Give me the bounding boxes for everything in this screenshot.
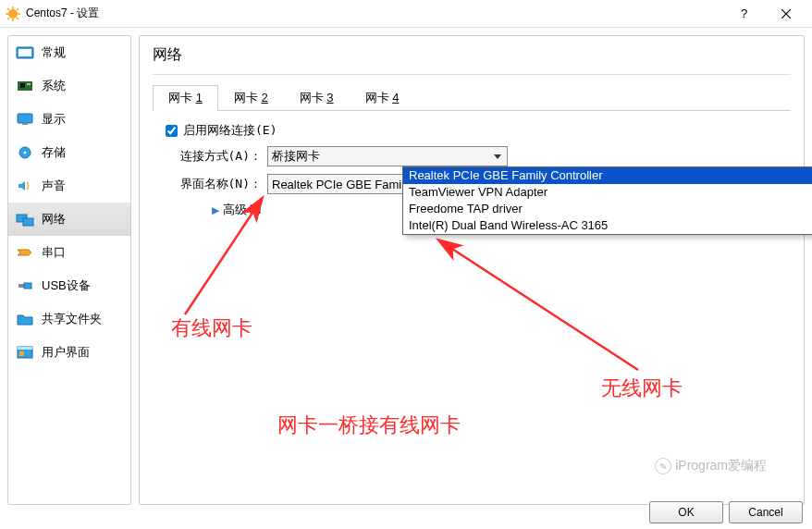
main-panel: 网络 网卡 1 网卡 2 网卡 3 网卡 4 启用网络连接(E) 连接方式(A)…	[139, 35, 805, 505]
enable-network-label: 启用网络连接(E)	[183, 122, 277, 139]
sidebar-item-label: 网络	[42, 211, 66, 228]
svg-rect-26	[18, 347, 32, 350]
app-icon	[6, 6, 20, 21]
advanced-label: 高级(d	[223, 202, 262, 218]
sidebar-item-label: 共享文件夹	[42, 311, 102, 327]
svg-rect-16	[27, 83, 31, 85]
tab-adapter-3[interactable]: 网卡 3	[284, 85, 350, 111]
client-area: 常规 系统 显示 存储 声音 网络 串口 USB设备	[0, 28, 812, 512]
attach-combo[interactable]: 桥接网卡	[267, 146, 508, 166]
svg-rect-18	[22, 123, 28, 125]
tab-adapter-4[interactable]: 网卡 4	[350, 85, 415, 111]
settings-sidebar: 常规 系统 显示 存储 声音 网络 串口 USB设备	[7, 35, 131, 505]
chevron-down-icon	[490, 149, 505, 164]
divider	[153, 74, 791, 75]
close-button[interactable]	[766, 0, 806, 28]
interface-option-0[interactable]: Realtek PCIe GBE Family Controller	[403, 167, 812, 184]
svg-rect-15	[20, 83, 25, 88]
usb-icon	[16, 278, 34, 293]
svg-line-6	[17, 18, 18, 19]
sidebar-item-storage[interactable]: 存储	[8, 136, 130, 169]
interface-option-1[interactable]: TeamViewer VPN Adapter	[403, 184, 812, 201]
wechat-icon: ✎	[655, 458, 671, 474]
sidebar-item-label: 声音	[42, 178, 66, 194]
svg-rect-23	[18, 284, 24, 288]
folder-icon	[16, 312, 34, 326]
triangle-right-icon: ▶	[212, 204, 219, 216]
svg-rect-17	[18, 114, 32, 123]
tab-adapter-2[interactable]: 网卡 2	[218, 85, 284, 111]
sidebar-item-display[interactable]: 显示	[8, 103, 130, 136]
sidebar-item-serial[interactable]: 串口	[8, 236, 130, 269]
svg-rect-13	[18, 49, 31, 56]
page-title: 网络	[153, 45, 791, 65]
help-button[interactable]: ?	[725, 0, 766, 28]
sidebar-item-system[interactable]: 系统	[8, 69, 130, 103]
svg-rect-27	[19, 351, 24, 356]
network-icon	[16, 212, 34, 227]
tab-adapter-1[interactable]: 网卡 1	[153, 85, 218, 111]
sidebar-item-label: 显示	[42, 111, 66, 128]
system-icon	[16, 79, 34, 93]
attach-row: 连接方式(A)： 桥接网卡	[166, 146, 791, 166]
window-title: Centos7 - 设置	[26, 6, 725, 21]
interface-option-3[interactable]: Intel(R) Dual Band Wireless-AC 3165	[403, 217, 812, 234]
sidebar-item-label: 存储	[42, 144, 66, 161]
adapter-tabs: 网卡 1 网卡 2 网卡 3 网卡 4	[153, 84, 791, 111]
ok-button[interactable]: OK	[649, 501, 723, 523]
svg-point-20	[24, 152, 27, 154]
interface-dropdown: Realtek PCIe GBE Family Controller TeamV…	[402, 166, 812, 235]
sidebar-item-network[interactable]: 网络	[8, 203, 130, 236]
enable-network-checkbox[interactable]	[166, 125, 178, 137]
storage-icon	[16, 145, 34, 160]
interface-option-2[interactable]: Freedome TAP driver	[403, 201, 812, 217]
ui-icon	[16, 345, 34, 360]
svg-text:?: ?	[741, 7, 747, 20]
svg-rect-24	[24, 283, 31, 289]
serial-icon	[16, 245, 34, 260]
cancel-button[interactable]: Cancel	[729, 501, 803, 523]
sidebar-item-label: 用户界面	[42, 344, 90, 361]
attach-label: 连接方式(A)：	[166, 148, 267, 165]
svg-point-0	[8, 9, 18, 18]
attach-value: 桥接网卡	[272, 148, 320, 165]
sidebar-item-shared[interactable]: 共享文件夹	[8, 302, 130, 336]
svg-line-5	[7, 8, 9, 10]
sidebar-item-label: USB设备	[42, 277, 91, 294]
interface-label: 界面名称(N)：	[166, 176, 267, 192]
svg-line-7	[17, 8, 18, 10]
sidebar-item-label: 常规	[42, 44, 66, 61]
enable-row: 启用网络连接(E)	[166, 122, 791, 139]
sidebar-item-label: 系统	[42, 78, 66, 94]
title-bar: Centos7 - 设置 ?	[0, 0, 812, 28]
watermark: ✎ iProgram爱编程	[655, 458, 767, 474]
sidebar-item-ui[interactable]: 用户界面	[8, 336, 130, 369]
display-icon	[16, 112, 34, 127]
svg-rect-22	[23, 218, 33, 226]
audio-icon	[16, 178, 34, 193]
general-icon	[16, 45, 34, 60]
sidebar-item-label: 串口	[42, 244, 66, 261]
sidebar-item-usb[interactable]: USB设备	[8, 269, 130, 302]
sidebar-item-general[interactable]: 常规	[8, 36, 130, 69]
dialog-footer: OK Cancel	[649, 501, 803, 523]
sidebar-item-audio[interactable]: 声音	[8, 169, 130, 203]
svg-line-8	[7, 18, 9, 19]
